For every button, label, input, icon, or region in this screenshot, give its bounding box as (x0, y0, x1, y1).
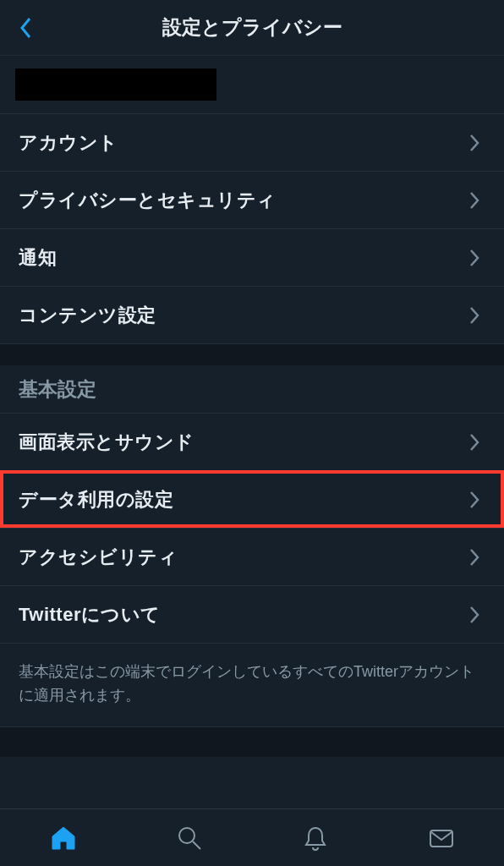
bell-icon (301, 824, 330, 852)
page-title: 設定とプライバシー (0, 14, 504, 41)
tab-search[interactable] (126, 809, 252, 866)
svg-line-1 (193, 841, 200, 849)
row-data-usage[interactable]: データ利用の設定 (0, 470, 504, 528)
account-handle-redacted (15, 69, 216, 101)
section-divider (0, 726, 504, 757)
row-accessibility[interactable]: アクセシビリティ (0, 528, 504, 585)
row-display-sound[interactable]: 画面表示とサウンド (0, 413, 504, 470)
general-footer-note: 基本設定はこの端末でログインしているすべてのTwitterアカウントに適用されま… (0, 643, 504, 726)
section-header-general: 基本設定 (0, 365, 504, 413)
row-label: データ利用の設定 (19, 487, 173, 512)
home-icon (49, 824, 78, 852)
row-label: プライバシーとセキュリティ (19, 188, 277, 213)
row-about-twitter[interactable]: Twitterについて (0, 585, 504, 643)
tab-home[interactable] (0, 809, 126, 866)
row-label: Twitterについて (19, 602, 161, 628)
tab-notifications[interactable] (252, 809, 378, 866)
row-label: 通知 (19, 245, 57, 271)
row-content-settings[interactable]: コンテンツ設定 (0, 286, 504, 343)
tab-bar (0, 808, 504, 866)
chevron-right-icon (468, 491, 480, 509)
tab-messages[interactable] (378, 809, 504, 866)
row-label: アクセシビリティ (19, 545, 178, 570)
row-label: コンテンツ設定 (19, 303, 156, 328)
row-notifications[interactable]: 通知 (0, 228, 504, 286)
svg-rect-2 (430, 830, 452, 847)
mail-icon (427, 824, 456, 852)
chevron-right-icon (468, 433, 480, 452)
row-privacy-security[interactable]: プライバシーとセキュリティ (0, 171, 504, 228)
back-button[interactable] (12, 14, 41, 42)
svg-point-0 (179, 828, 194, 843)
chevron-right-icon (468, 191, 480, 210)
header: 設定とプライバシー (0, 0, 504, 56)
row-account[interactable]: アカウント (0, 113, 504, 171)
chevron-right-icon (468, 606, 480, 624)
chevron-right-icon (468, 548, 480, 567)
search-icon (175, 824, 204, 852)
row-label: アカウント (19, 130, 118, 156)
chevron-right-icon (468, 134, 480, 152)
chevron-left-icon (19, 16, 34, 40)
chevron-right-icon (468, 306, 480, 325)
chevron-right-icon (468, 249, 480, 267)
content-area: アカウント プライバシーとセキュリティ 通知 コンテンツ設定 基本設定 画面表示… (0, 56, 504, 808)
account-handle-row[interactable] (0, 56, 504, 113)
section-divider (0, 343, 504, 365)
row-label: 画面表示とサウンド (19, 430, 194, 455)
